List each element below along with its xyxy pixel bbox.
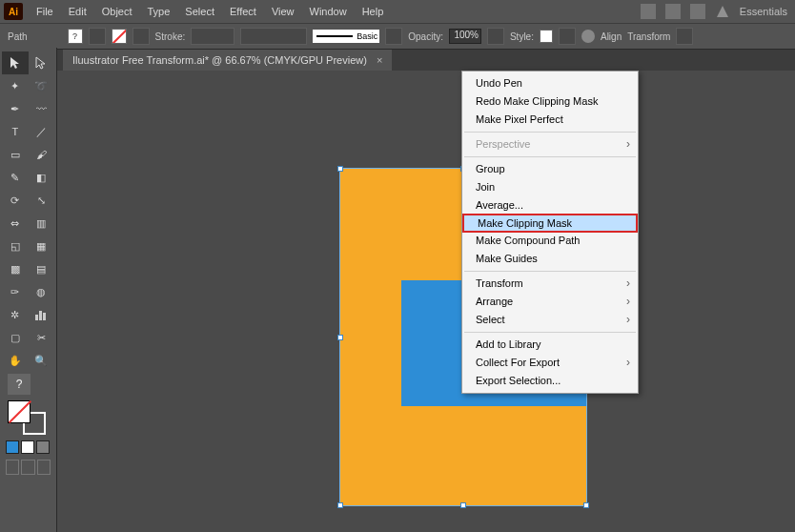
menu-file[interactable]: File (29, 0, 61, 23)
ctx-make-clipping-mask[interactable]: Make Clipping Mask (462, 214, 638, 233)
ctx-collect-for-export[interactable]: Collect For Export (462, 354, 638, 372)
ctx-sep (464, 332, 636, 333)
direct-selection-tool[interactable] (29, 51, 55, 74)
menu-effect[interactable]: Effect (222, 0, 264, 23)
eraser-tool[interactable]: ◧ (29, 166, 55, 189)
fill-swatch[interactable]: ? (68, 29, 83, 44)
width-tool[interactable]: ⇔ (2, 212, 29, 235)
swatch-gray[interactable] (36, 440, 50, 454)
ctx-make-guides[interactable]: Make Guides (462, 250, 638, 268)
transform-link[interactable]: Transform (627, 31, 670, 42)
draw-behind[interactable] (21, 460, 34, 475)
stroke-weight[interactable] (191, 28, 234, 45)
unknown-fill-indicator[interactable]: ? (8, 374, 31, 395)
gradient-tool[interactable]: ▤ (29, 257, 55, 280)
ctx-sep (464, 156, 636, 157)
shape-builder-tool[interactable]: ◱ (2, 235, 29, 257)
style-label: Style: (510, 31, 534, 42)
bridge-icon[interactable] (641, 4, 656, 19)
magic-wand-tool[interactable]: ✦ (2, 74, 29, 97)
draw-inside[interactable] (37, 460, 51, 475)
ctx-arrange[interactable]: Arrange (462, 293, 638, 311)
hand-tool[interactable]: ✋ (2, 349, 29, 372)
ctx-select[interactable]: Select (462, 311, 638, 329)
swatch-blue[interactable] (6, 440, 19, 454)
selection-tool[interactable] (2, 51, 29, 74)
lasso-tool[interactable]: ➰ (29, 74, 55, 97)
zoom-tool[interactable]: 🔍 (29, 349, 55, 372)
paintbrush-tool[interactable]: 🖌 (29, 143, 55, 166)
fill-stroke-swatches[interactable] (8, 400, 46, 435)
document-title: Iluustrator Free Transform.ai* @ 66.67% … (72, 54, 367, 66)
menu-edit[interactable]: Edit (61, 0, 94, 23)
rotate-tool[interactable]: ⟳ (2, 189, 29, 212)
menu-object[interactable]: Object (94, 0, 140, 23)
shaper-tool[interactable]: ✎ (2, 166, 29, 189)
stroke-dropdown[interactable] (132, 28, 150, 45)
ctx-redo[interactable]: Redo Make Clipping Mask (462, 92, 638, 111)
scale-tool[interactable]: ⤡ (29, 189, 55, 212)
perspective-tool[interactable]: ▦ (29, 235, 55, 257)
column-graph-tool[interactable] (29, 303, 55, 326)
handle-tl[interactable] (337, 166, 343, 172)
opacity-field[interactable]: 100% (449, 29, 481, 44)
fill-dropdown[interactable] (89, 28, 106, 45)
free-transform-tool[interactable]: ▥ (29, 212, 55, 235)
align-link[interactable]: Align (601, 31, 622, 42)
recolor-icon[interactable] (581, 30, 595, 43)
arrange-doc-icon[interactable] (690, 4, 705, 19)
swatch-white[interactable] (21, 440, 34, 454)
eyedropper-tool[interactable]: ✑ (2, 280, 29, 303)
handle-br[interactable] (583, 502, 589, 508)
ctx-undo[interactable]: Undo Pen (462, 74, 638, 92)
ctx-add-to-library[interactable]: Add to Library (462, 336, 638, 354)
fill-box[interactable] (8, 400, 31, 423)
slice-tool[interactable]: ✂ (29, 326, 55, 349)
type-tool[interactable]: T (2, 120, 29, 143)
canvas-area[interactable]: Undo Pen Redo Make Clipping Mask Make Pi… (63, 71, 795, 532)
svg-rect-0 (35, 315, 38, 320)
ctx-make-compound-path[interactable]: Make Compound Path (462, 232, 638, 250)
pen-tool[interactable]: ✒ (2, 97, 29, 120)
curvature-tool[interactable]: 〰 (29, 97, 55, 120)
ctx-pixel-perfect[interactable]: Make Pixel Perfect (462, 111, 638, 129)
draw-modes (6, 460, 51, 475)
brush-dropdown[interactable] (385, 28, 402, 45)
mesh-tool[interactable]: ▩ (2, 257, 29, 280)
ctx-join[interactable]: Join (462, 178, 638, 196)
menu-view[interactable]: View (264, 0, 302, 23)
artboard-tool[interactable]: ▢ (2, 326, 29, 349)
opacity-dropdown[interactable] (487, 28, 504, 45)
menu-type[interactable]: Type (140, 0, 178, 23)
color-swatch-row (6, 440, 51, 454)
variable-width-profile[interactable] (240, 28, 307, 45)
workspace-switcher[interactable]: Essentials (740, 6, 787, 17)
brush-definition[interactable]: Basic (313, 30, 379, 43)
menu-bar: Ai File Edit Object Type Select Effect V… (0, 0, 795, 23)
menu-select[interactable]: Select (177, 0, 222, 23)
ctx-average[interactable]: Average... (462, 196, 638, 215)
ai-logo: Ai (4, 3, 23, 20)
gpu-icon[interactable] (715, 4, 730, 19)
handle-bl[interactable] (337, 502, 343, 508)
blend-tool[interactable]: ◍ (29, 280, 55, 303)
ctx-group[interactable]: Group (462, 160, 638, 178)
ctx-transform[interactable]: Transform (462, 275, 638, 293)
graphic-style[interactable] (540, 30, 553, 43)
handle-ml[interactable] (337, 335, 343, 340)
transform-panel-icon[interactable] (676, 28, 693, 45)
stroke-label: Stroke: (155, 31, 186, 42)
close-tab-icon[interactable]: × (377, 54, 382, 66)
menu-window[interactable]: Window (302, 0, 355, 23)
document-tab[interactable]: Iluustrator Free Transform.ai* @ 66.67% … (63, 50, 392, 71)
line-tool[interactable]: ／ (29, 120, 55, 143)
rectangle-tool[interactable]: ▭ (2, 143, 29, 166)
draw-normal[interactable] (6, 460, 19, 475)
menu-help[interactable]: Help (355, 0, 392, 23)
stock-icon[interactable] (665, 4, 681, 19)
stroke-swatch[interactable] (112, 29, 127, 44)
ctx-export-selection[interactable]: Export Selection... (462, 372, 638, 390)
handle-bc[interactable] (460, 502, 466, 508)
symbol-sprayer-tool[interactable]: ✲ (2, 303, 29, 326)
style-dropdown[interactable] (559, 28, 576, 45)
